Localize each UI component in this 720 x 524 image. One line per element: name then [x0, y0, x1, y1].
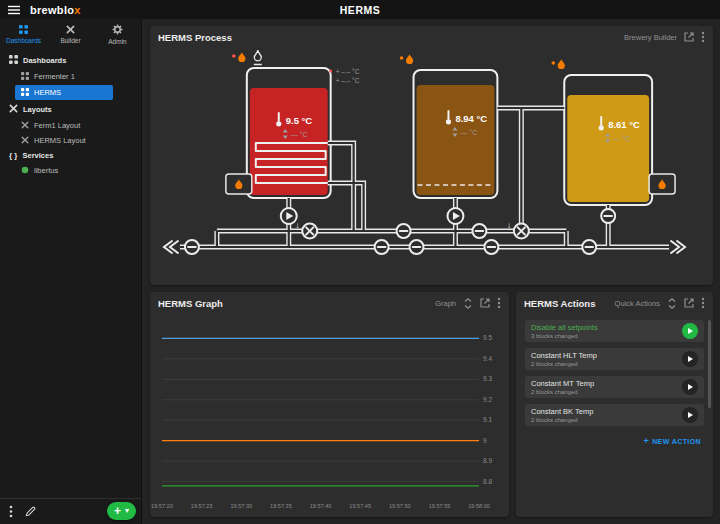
- plus-icon: +: [114, 505, 121, 517]
- droplet-icon: [254, 50, 261, 61]
- tools-icon: [66, 25, 75, 35]
- run-action-button[interactable]: [682, 351, 698, 367]
- unfold-icon[interactable]: [463, 298, 473, 309]
- bk-temp: 8.61 °C: [608, 119, 640, 130]
- app-logo[interactable]: brewblox: [30, 4, 81, 16]
- valve[interactable]: [410, 240, 424, 254]
- section-label: Dashboards: [23, 56, 66, 65]
- actions-widget: HERMS Actions Quick Actions Disable all …: [516, 292, 713, 517]
- svg-text:19:57:30: 19:57:30: [230, 503, 252, 509]
- graph-mode-label[interactable]: Graph: [435, 299, 456, 308]
- chevron-down-icon: ▾: [125, 507, 129, 515]
- process-title: HERMS Process: [158, 32, 232, 43]
- tab-admin[interactable]: Admin: [94, 19, 141, 49]
- valve[interactable]: [601, 209, 615, 223]
- graph-plot[interactable]: 9.59.49.39.29.198.98.819:57:2019:57:2519…: [150, 314, 509, 517]
- kebab-menu-icon[interactable]: [701, 297, 705, 309]
- actions-mode-label[interactable]: Quick Actions: [615, 299, 660, 308]
- tools-icon: [9, 104, 18, 115]
- section-header-layouts[interactable]: Layouts: [0, 101, 141, 118]
- run-action-button[interactable]: [682, 379, 698, 395]
- sidebar-item-fermenter-1[interactable]: Fermenter 1: [0, 69, 141, 84]
- process-mode-label[interactable]: Brewery Builder: [624, 33, 677, 42]
- svg-text:19:57:40: 19:57:40: [310, 503, 332, 509]
- grid-icon: [21, 88, 29, 98]
- valve[interactable]: [484, 240, 498, 254]
- grid-icon: [21, 72, 29, 82]
- flame-icon: [238, 52, 245, 62]
- kebab-menu-icon[interactable]: [9, 505, 13, 518]
- action-detail: 3 blocks changed: [531, 333, 676, 339]
- quick-action-row[interactable]: Constant HLT Temp2 blocks changed: [525, 348, 704, 370]
- sidebar-nav: Dashboards Fermenter 1 HERMS Layouts Fer…: [0, 52, 141, 178]
- quick-action-row[interactable]: Constant BK Temp2 blocks changed: [525, 404, 704, 426]
- svg-text:19:57:55: 19:57:55: [429, 503, 451, 509]
- scrollbar[interactable]: [708, 320, 711, 408]
- run-action-button[interactable]: [682, 323, 698, 339]
- kebab-menu-icon[interactable]: [497, 297, 501, 309]
- action-label: Constant HLT Temp: [531, 351, 676, 360]
- valve[interactable]: [472, 224, 486, 238]
- sidebar-item-herms[interactable]: HERMS: [15, 85, 113, 100]
- graph-header: HERMS Graph Graph: [150, 292, 509, 314]
- sidebar-item-ferm1-layout[interactable]: Ferm1 Layout: [0, 118, 141, 133]
- item-label: HERMS Layout: [34, 136, 86, 145]
- process-widget: HERMS Process Brewery Builder: [150, 26, 713, 285]
- quick-actions-list: Disable all setpoints3 blocks changedCon…: [516, 314, 713, 432]
- svg-text:9: 9: [483, 437, 487, 444]
- tab-builder[interactable]: Builder: [47, 19, 94, 49]
- alert-dot: [232, 54, 236, 58]
- action-text: Constant HLT Temp2 blocks changed: [531, 351, 676, 367]
- open-in-new-icon[interactable]: [480, 298, 490, 308]
- open-in-new-icon[interactable]: [684, 32, 694, 42]
- unfold-icon[interactable]: [667, 298, 677, 309]
- section-header-dashboards[interactable]: Dashboards: [0, 52, 141, 69]
- plus-icon: +: [643, 436, 649, 446]
- quick-action-row[interactable]: Constant MT Temp2 blocks changed: [525, 376, 704, 398]
- sidebar-item-libertus[interactable]: libertus: [0, 163, 141, 178]
- svg-text:19:57:20: 19:57:20: [151, 503, 173, 509]
- motor-valve[interactable]: [514, 224, 529, 239]
- kebab-menu-icon[interactable]: [701, 31, 705, 43]
- section-header-services[interactable]: { } Services: [0, 148, 141, 163]
- alert-dot: [329, 70, 332, 73]
- alert-dot: [400, 56, 404, 60]
- tab-label: Dashboards: [6, 37, 41, 44]
- actions-header: HERMS Actions Quick Actions: [516, 292, 713, 314]
- valve[interactable]: [397, 224, 411, 238]
- flame-icon: [558, 59, 565, 69]
- svg-text:19:58:00: 19:58:00: [468, 503, 490, 509]
- motor-valve[interactable]: [302, 224, 317, 239]
- run-action-button[interactable]: [682, 407, 698, 423]
- svg-text:9.1: 9.1: [483, 416, 492, 423]
- sidebar-item-herms-layout[interactable]: HERMS Layout: [0, 133, 141, 148]
- page-title: HERMS: [340, 4, 380, 16]
- tools-icon: [21, 121, 29, 131]
- action-label: Constant BK Temp: [531, 407, 676, 416]
- drain-end-right: [671, 241, 685, 253]
- menu-icon[interactable]: [8, 5, 20, 15]
- open-in-new-icon[interactable]: [684, 298, 694, 308]
- pump[interactable]: [281, 208, 297, 224]
- annotation: + –.– °C: [336, 68, 360, 75]
- new-action-button[interactable]: + NEW ACTION: [516, 432, 713, 450]
- section-label: Layouts: [23, 105, 52, 114]
- valve[interactable]: [582, 240, 596, 254]
- play-icon: [688, 412, 693, 418]
- action-text: Disable all setpoints3 blocks changed: [531, 323, 676, 339]
- edit-pencil-icon[interactable]: [25, 506, 36, 517]
- braces-icon: { }: [9, 151, 17, 160]
- sidebar-footer: + ▾: [0, 498, 141, 524]
- quick-action-row[interactable]: Disable all setpoints3 blocks changed: [525, 320, 704, 342]
- add-widget-button[interactable]: + ▾: [107, 502, 136, 520]
- hlt-liquid: [250, 88, 328, 195]
- pump[interactable]: [447, 208, 463, 224]
- process-diagram[interactable]: ↓ ↓: [150, 48, 713, 285]
- valve[interactable]: [375, 240, 389, 254]
- tab-dashboards[interactable]: Dashboards: [0, 19, 47, 49]
- svg-text:19:57:35: 19:57:35: [270, 503, 292, 509]
- svg-text:19:57:45: 19:57:45: [349, 503, 371, 509]
- tab-label: Builder: [60, 37, 80, 44]
- svg-text:9.5: 9.5: [483, 334, 492, 341]
- valve[interactable]: [185, 240, 199, 254]
